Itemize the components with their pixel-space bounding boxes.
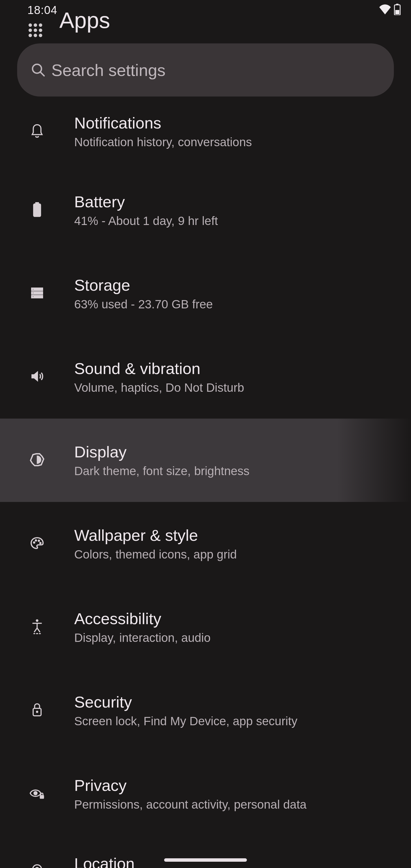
svg-point-18 [36,619,38,622]
battery-icon [394,4,401,16]
svg-rect-6 [33,204,41,217]
svg-point-12 [33,296,34,297]
row-subtitle: Display, interaction, audio [74,630,396,646]
status-clock: 18:04 [27,4,57,17]
app-grid-icon[interactable] [29,23,42,37]
lock-icon [31,703,43,718]
row-title: Storage [74,275,396,295]
row-subtitle: 41% - About 1 day, 9 hr left [74,214,396,229]
row-sound[interactable]: Sound & vibration Volume, haptics, Do No… [0,335,411,418]
svg-point-15 [35,540,37,541]
search-icon [25,63,51,78]
row-wallpaper[interactable]: Wallpaper & style Colors, themed icons, … [0,502,411,585]
row-accessibility[interactable]: Accessibility Display, interaction, audi… [0,585,411,669]
volume-icon [30,369,44,384]
collapsed-header: Apps [0,22,411,43]
row-subtitle: Notification history, conversations [74,135,396,150]
row-privacy[interactable]: Privacy Permissions, account activity, p… [0,752,411,835]
svg-line-4 [40,72,44,76]
row-title: Privacy [74,775,396,796]
row-title: Sound & vibration [74,359,396,379]
svg-point-10 [33,292,34,293]
accessibility-icon [31,618,44,636]
search-settings[interactable]: Search settings [17,43,394,96]
row-title: Notifications [74,113,396,133]
row-display[interactable]: Display Dark theme, font size, brightnes… [0,418,411,502]
svg-rect-29 [40,795,44,798]
row-notifications[interactable]: Notifications Notification history, conv… [0,100,411,168]
row-subtitle: Volume, haptics, Do Not Disturb [74,380,396,396]
status-icons [379,4,401,16]
nav-bar-handle[interactable] [164,858,247,862]
palette-icon [30,536,44,551]
svg-point-8 [33,289,34,290]
row-security[interactable]: Security Screen lock, Find My Device, ap… [0,669,411,752]
brightness-icon [29,452,45,469]
row-subtitle: Dark theme, font size, brightness [74,464,396,479]
row-title: Security [74,692,396,712]
svg-point-27 [36,711,38,713]
svg-point-16 [38,540,40,541]
row-title: Battery [74,192,396,212]
wifi-icon [379,4,391,16]
svg-point-14 [33,541,35,544]
settings-list: Notifications Notification history, conv… [0,100,411,868]
location-icon [31,864,43,868]
svg-point-28 [34,792,37,795]
row-title: Display [74,442,396,462]
search-placeholder: Search settings [51,61,165,80]
row-location[interactable]: Location On - 16 apps have access to loc… [0,835,411,868]
row-battery[interactable]: Battery 41% - About 1 day, 9 hr left [0,168,411,252]
svg-rect-2 [395,10,399,14]
previous-section-title: Apps [59,10,110,30]
row-subtitle: 63% used - 23.70 GB free [74,297,396,312]
svg-point-17 [40,542,41,544]
bell-icon [31,123,44,140]
battery-icon [33,202,41,218]
storage-icon [30,286,44,301]
svg-line-22 [37,628,40,632]
row-storage[interactable]: Storage 63% used - 23.70 GB free [0,252,411,335]
privacy-icon [29,786,45,801]
row-subtitle: Colors, themed icons, app grid [74,547,396,562]
row-subtitle: Screen lock, Find My Device, app securit… [74,714,396,729]
row-subtitle: Permissions, account activity, personal … [74,797,396,812]
svg-line-21 [35,628,37,632]
row-title: Wallpaper & style [74,525,396,545]
row-title: Accessibility [74,609,396,629]
